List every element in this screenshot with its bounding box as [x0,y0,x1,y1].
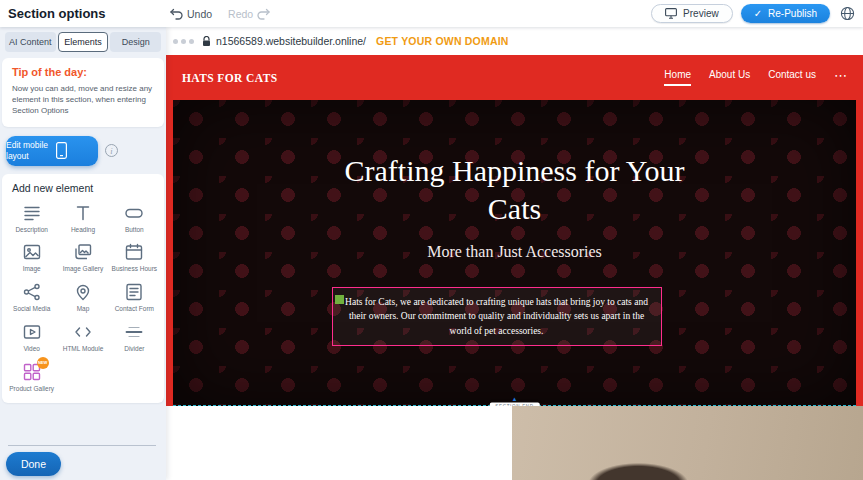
element-grid: Description Heading Button Image [7,203,159,393]
add-new-element-card: Add new element Description Heading Butt… [2,174,164,403]
element-label: Image Gallery [63,265,103,273]
hero-subheading[interactable]: More than Just Accessories [427,243,602,261]
site-logo[interactable]: HATS FOR CATS [182,72,278,84]
element-label: Video [23,345,40,353]
undo-button[interactable]: Undo [170,8,212,20]
language-globe-button[interactable] [840,6,855,21]
next-section-image[interactable] [512,406,863,480]
element-label: Social Media [13,305,50,313]
section-resize-handle[interactable]: ▲ SECTION END ▼ [489,396,539,407]
redo-label: Redo [228,8,253,20]
element-item-button[interactable]: Button [110,203,159,234]
section-options-panel: AI Content Elements Design Tip of the da… [0,27,166,480]
element-item-html-module[interactable]: HTML Module [58,322,107,353]
calendar-icon [124,242,144,262]
nav-home[interactable]: Home [664,69,691,86]
element-item-product-gallery[interactable]: NEW Product Gallery [7,362,56,393]
image-icon [22,242,42,262]
nav-more-icon[interactable]: ⋯ [834,76,847,79]
divider-icon [124,322,144,342]
mobile-layout-row: Edit mobile layout i [6,136,160,166]
element-item-video[interactable]: Video [7,322,56,353]
element-drag-handle[interactable] [335,295,344,304]
undo-icon [170,8,183,20]
sidebar-divider [8,445,156,446]
element-item-description[interactable]: Description [7,203,56,234]
heading-icon [73,203,93,223]
tip-of-the-day-card: Tip of the day: Now you can add, move an… [2,58,164,127]
element-item-image-gallery[interactable]: Image Gallery [58,242,107,273]
republish-label: Re-Publish [768,8,817,19]
grid-icon: NEW [22,362,42,382]
hero-paragraph-box[interactable]: Hats for Cats, we are dedicated to craft… [332,287,662,346]
republish-button[interactable]: ✓ Re-Publish [741,4,830,23]
info-icon[interactable]: i [105,144,118,157]
preview-button[interactable]: Preview [651,4,733,23]
button-icon [124,203,144,223]
share-icon [22,282,42,302]
tab-design[interactable]: Design [110,32,161,52]
element-item-social-media[interactable]: Social Media [7,282,56,313]
form-icon [124,282,144,302]
element-label: Button [125,226,144,234]
element-item-map[interactable]: Map [58,282,107,313]
element-label: Divider [124,345,144,353]
panel-tabs: AI Content Elements Design [5,32,161,52]
element-label: Product Gallery [9,385,54,393]
element-label: Contact Form [115,305,154,313]
new-badge: NEW [37,357,49,369]
site-header: HATS FOR CATS Home About Us Contact us ⋯ [166,55,863,100]
history-controls: Undo Redo [170,0,270,27]
element-label: HTML Module [63,345,104,353]
browser-bar: n1566589.websitebuilder.online/ GET YOUR… [166,27,863,55]
element-label: Map [77,305,90,313]
hero-paragraph: Hats for Cats, we are dedicated to craft… [343,295,651,338]
element-item-business-hours[interactable]: Business Hours [110,242,159,273]
page-title: Section options [8,6,106,21]
globe-icon [840,6,855,21]
edit-mobile-layout-label: Edit mobile layout [6,140,49,161]
tab-elements[interactable]: Elements [58,32,109,52]
code-icon [73,322,93,342]
nav-about-us[interactable]: About Us [709,69,750,86]
topbar-actions: Preview ✓ Re-Publish [651,0,855,27]
video-icon [22,322,42,342]
topbar: Section options Undo Redo Preview ✓ Re-P… [0,0,863,27]
arrow-up-icon: ▲ [512,396,518,402]
element-label: Description [15,226,48,234]
next-section-area [166,406,863,480]
redo-button[interactable]: Redo [228,8,270,20]
tab-ai-content[interactable]: AI Content [5,32,56,52]
window-dot [181,39,186,44]
redo-icon [257,8,270,20]
monitor-icon [665,8,677,19]
add-element-title: Add new element [12,182,159,194]
image-gallery-icon [73,242,93,262]
done-button[interactable]: Done [6,452,61,476]
edit-mobile-layout-button[interactable]: Edit mobile layout [6,136,98,166]
lock-icon [202,36,211,47]
undo-label: Undo [187,8,212,20]
element-label: Business Hours [112,265,158,273]
element-label: Heading [71,226,95,234]
nav-contact-us[interactable]: Contact us [768,69,816,86]
phone-icon [56,142,99,159]
get-own-domain-link[interactable]: GET YOUR OWN DOMAIN [376,35,509,47]
site-url[interactable]: n1566589.websitebuilder.online/ [216,35,366,47]
text-lines-icon [22,203,42,223]
element-item-image[interactable]: Image [7,242,56,273]
element-item-contact-form[interactable]: Contact Form [110,282,159,313]
element-item-heading[interactable]: Heading [58,203,107,234]
window-dot [173,39,178,44]
hero-section[interactable]: Crafting Happiness for Your Cats More th… [173,100,856,406]
element-item-divider[interactable]: Divider [110,322,159,353]
map-pin-icon [73,282,93,302]
preview-label: Preview [683,8,719,19]
window-dots [173,39,194,44]
website-canvas: HATS FOR CATS Home About Us Contact us ⋯… [166,55,863,406]
hero-heading[interactable]: Crafting Happiness for Your Cats [335,152,695,227]
tip-body: Now you can add, move and resize any ele… [12,83,154,117]
site-nav: Home About Us Contact us ⋯ [664,69,847,86]
check-icon: ✓ [754,9,762,19]
element-label: Image [23,265,41,273]
